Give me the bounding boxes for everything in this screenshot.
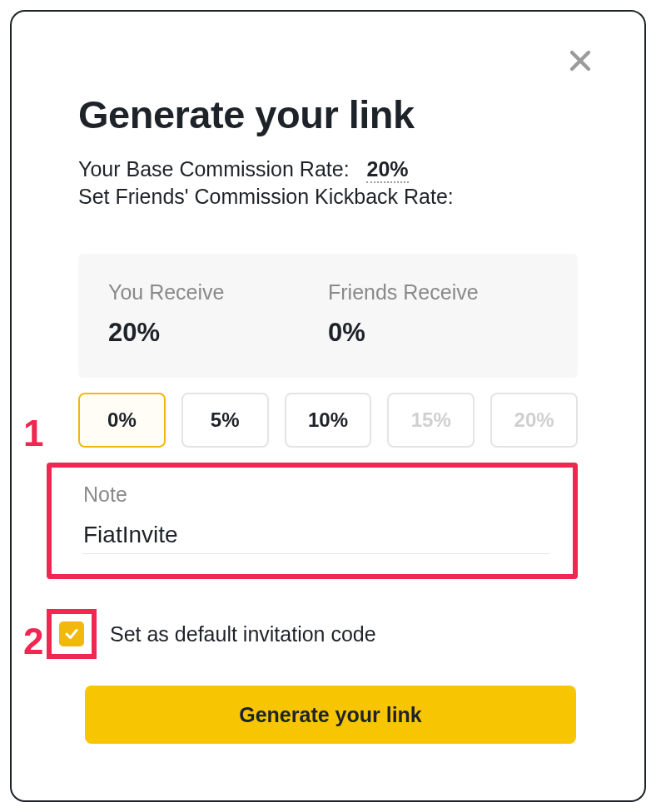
you-receive-label: You Receive	[108, 280, 328, 304]
default-checkbox-label: Set as default invitation code	[110, 622, 376, 646]
page-title: Generate your link	[78, 92, 578, 137]
receive-summary-box: You Receive 20% Friends Receive 0%	[78, 254, 578, 378]
note-block: Note	[47, 463, 578, 579]
kickback-option-10[interactable]: 10%	[285, 393, 372, 448]
check-icon	[64, 626, 79, 641]
default-checkbox[interactable]	[59, 621, 84, 646]
default-code-row: Set as default invitation code	[47, 609, 578, 659]
kickback-options-row: 0% 5% 10% 15% 20%	[78, 393, 578, 448]
base-rate-line: Your Base Commission Rate: 20%	[78, 157, 578, 181]
you-receive-value: 20%	[108, 318, 328, 348]
you-receive-col: You Receive 20%	[108, 280, 328, 348]
note-label: Note	[83, 483, 558, 507]
default-checkbox-annotation-frame	[47, 609, 97, 659]
generate-link-button[interactable]: Generate your link	[85, 686, 576, 744]
friends-receive-value: 0%	[328, 318, 548, 348]
kickback-option-20[interactable]: 20%	[490, 393, 578, 448]
kickback-option-5[interactable]: 5%	[181, 393, 269, 448]
generate-link-modal: Generate your link Your Base Commission …	[10, 10, 646, 802]
note-input[interactable]	[83, 522, 549, 548]
kickback-option-15[interactable]: 15%	[387, 393, 475, 448]
close-button[interactable]	[566, 47, 594, 75]
close-icon	[568, 48, 593, 73]
friends-receive-col: Friends Receive 0%	[328, 280, 548, 348]
modal-content: Generate your link Your Base Commission …	[12, 12, 644, 777]
base-rate-value: 20%	[366, 157, 408, 183]
kickback-label: Set Friends' Commission Kickback Rate:	[78, 185, 578, 209]
note-input-wrap	[83, 522, 549, 554]
base-rate-label: Your Base Commission Rate:	[78, 157, 350, 181]
friends-receive-label: Friends Receive	[328, 280, 548, 304]
kickback-option-0[interactable]: 0%	[78, 393, 166, 448]
